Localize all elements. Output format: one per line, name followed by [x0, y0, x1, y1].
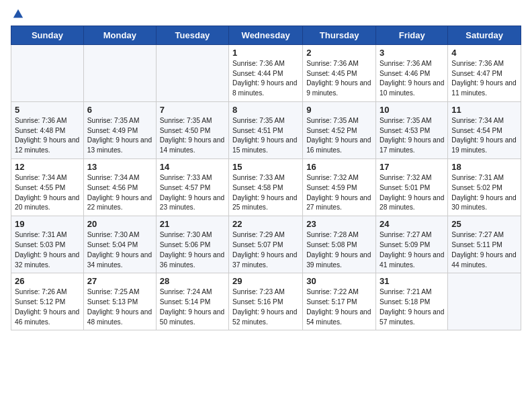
- day-info: Sunrise: 7:30 AMSunset: 5:04 PMDaylight:…: [87, 230, 152, 270]
- day-number: 1: [232, 48, 299, 58]
- day-number: 10: [380, 105, 444, 115]
- calendar-cell: 3Sunrise: 7:36 AMSunset: 4:46 PMDaylight…: [376, 44, 448, 101]
- weekday-header-thursday: Thursday: [303, 26, 376, 44]
- calendar-cell: 6Sunrise: 7:35 AMSunset: 4:49 PMDaylight…: [83, 101, 156, 158]
- page: SundayMondayTuesdayWednesdayThursdayFrid…: [0, 0, 532, 411]
- calendar-cell: 7Sunrise: 7:35 AMSunset: 4:50 PMDaylight…: [156, 101, 228, 158]
- calendar-cell: 29Sunrise: 7:23 AMSunset: 5:16 PMDayligh…: [229, 273, 303, 330]
- calendar-cell: 31Sunrise: 7:21 AMSunset: 5:18 PMDayligh…: [376, 273, 448, 330]
- day-number: 12: [15, 162, 80, 172]
- day-number: 11: [451, 105, 517, 115]
- day-info: Sunrise: 7:27 AMSunset: 5:11 PMDaylight:…: [451, 230, 517, 270]
- weekday-header-saturday: Saturday: [448, 26, 521, 44]
- day-info: Sunrise: 7:35 AMSunset: 4:52 PMDaylight:…: [306, 116, 372, 156]
- day-info: Sunrise: 7:25 AMSunset: 5:13 PMDaylight:…: [87, 287, 152, 327]
- logo: [11, 7, 24, 20]
- day-info: Sunrise: 7:33 AMSunset: 4:58 PMDaylight:…: [232, 173, 299, 213]
- day-info: Sunrise: 7:21 AMSunset: 5:18 PMDaylight:…: [380, 287, 444, 327]
- calendar-cell: 19Sunrise: 7:31 AMSunset: 5:03 PMDayligh…: [11, 216, 84, 273]
- day-number: 6: [87, 105, 152, 115]
- day-number: 28: [160, 276, 225, 286]
- calendar-cell: 1Sunrise: 7:36 AMSunset: 4:44 PMDaylight…: [229, 44, 303, 101]
- day-number: 4: [451, 48, 517, 58]
- day-number: 13: [87, 162, 152, 172]
- calendar-cell: 22Sunrise: 7:29 AMSunset: 5:07 PMDayligh…: [229, 216, 303, 273]
- calendar-cell: 20Sunrise: 7:30 AMSunset: 5:04 PMDayligh…: [83, 216, 156, 273]
- day-info: Sunrise: 7:31 AMSunset: 5:02 PMDaylight:…: [451, 173, 517, 213]
- calendar-cell: 12Sunrise: 7:34 AMSunset: 4:55 PMDayligh…: [11, 159, 84, 216]
- day-info: Sunrise: 7:36 AMSunset: 4:48 PMDaylight:…: [15, 116, 80, 156]
- calendar-cell: 13Sunrise: 7:34 AMSunset: 4:56 PMDayligh…: [83, 159, 156, 216]
- day-info: Sunrise: 7:30 AMSunset: 5:06 PMDaylight:…: [160, 230, 225, 270]
- day-number: 15: [232, 162, 299, 172]
- day-number: 5: [15, 105, 80, 115]
- calendar-cell: [448, 273, 521, 330]
- calendar-table: SundayMondayTuesdayWednesdayThursdayFrid…: [11, 26, 521, 331]
- day-info: Sunrise: 7:35 AMSunset: 4:49 PMDaylight:…: [87, 116, 152, 156]
- day-number: 26: [15, 276, 80, 286]
- calendar-cell: 16Sunrise: 7:32 AMSunset: 4:59 PMDayligh…: [303, 159, 376, 216]
- calendar-cell: 26Sunrise: 7:26 AMSunset: 5:12 PMDayligh…: [11, 273, 84, 330]
- day-info: Sunrise: 7:32 AMSunset: 5:01 PMDaylight:…: [380, 173, 444, 213]
- day-info: Sunrise: 7:36 AMSunset: 4:46 PMDaylight:…: [380, 59, 444, 99]
- day-info: Sunrise: 7:36 AMSunset: 4:45 PMDaylight:…: [306, 59, 372, 99]
- calendar-cell: 4Sunrise: 7:36 AMSunset: 4:47 PMDaylight…: [448, 44, 521, 101]
- day-info: Sunrise: 7:33 AMSunset: 4:57 PMDaylight:…: [160, 173, 225, 213]
- calendar-week-5: 26Sunrise: 7:26 AMSunset: 5:12 PMDayligh…: [11, 273, 521, 330]
- day-number: 17: [380, 162, 444, 172]
- day-number: 24: [380, 219, 444, 229]
- logo-icon: [12, 8, 24, 20]
- day-number: 8: [232, 105, 299, 115]
- day-number: 20: [87, 219, 152, 229]
- day-number: 22: [232, 219, 299, 229]
- day-info: Sunrise: 7:23 AMSunset: 5:16 PMDaylight:…: [232, 287, 299, 327]
- day-info: Sunrise: 7:36 AMSunset: 4:47 PMDaylight:…: [451, 59, 517, 99]
- day-number: 18: [451, 162, 517, 172]
- day-info: Sunrise: 7:34 AMSunset: 4:55 PMDaylight:…: [15, 173, 80, 213]
- day-number: 9: [306, 105, 372, 115]
- day-info: Sunrise: 7:32 AMSunset: 4:59 PMDaylight:…: [306, 173, 372, 213]
- day-number: 21: [160, 219, 225, 229]
- day-info: Sunrise: 7:26 AMSunset: 5:12 PMDaylight:…: [15, 287, 80, 327]
- day-info: Sunrise: 7:31 AMSunset: 5:03 PMDaylight:…: [15, 230, 80, 270]
- calendar-week-4: 19Sunrise: 7:31 AMSunset: 5:03 PMDayligh…: [11, 216, 521, 273]
- calendar-cell: 10Sunrise: 7:35 AMSunset: 4:53 PMDayligh…: [376, 101, 448, 158]
- calendar-cell: 14Sunrise: 7:33 AMSunset: 4:57 PMDayligh…: [156, 159, 228, 216]
- day-info: Sunrise: 7:22 AMSunset: 5:17 PMDaylight:…: [306, 287, 372, 327]
- calendar-cell: 30Sunrise: 7:22 AMSunset: 5:17 PMDayligh…: [303, 273, 376, 330]
- calendar-cell: 9Sunrise: 7:35 AMSunset: 4:52 PMDaylight…: [303, 101, 376, 158]
- svg-marker-0: [13, 9, 23, 18]
- weekday-header-row: SundayMondayTuesdayWednesdayThursdayFrid…: [11, 26, 521, 44]
- day-number: 30: [306, 276, 372, 286]
- calendar-cell: 8Sunrise: 7:35 AMSunset: 4:51 PMDaylight…: [229, 101, 303, 158]
- day-info: Sunrise: 7:24 AMSunset: 5:14 PMDaylight:…: [160, 287, 225, 327]
- day-number: 25: [451, 219, 517, 229]
- calendar-cell: 11Sunrise: 7:34 AMSunset: 4:54 PMDayligh…: [448, 101, 521, 158]
- calendar-cell: 28Sunrise: 7:24 AMSunset: 5:14 PMDayligh…: [156, 273, 228, 330]
- day-number: 29: [232, 276, 299, 286]
- day-info: Sunrise: 7:27 AMSunset: 5:09 PMDaylight:…: [380, 230, 444, 270]
- calendar-week-1: 1Sunrise: 7:36 AMSunset: 4:44 PMDaylight…: [11, 44, 521, 101]
- day-number: 14: [160, 162, 225, 172]
- calendar-cell: 21Sunrise: 7:30 AMSunset: 5:06 PMDayligh…: [156, 216, 228, 273]
- day-info: Sunrise: 7:34 AMSunset: 4:56 PMDaylight:…: [87, 173, 152, 213]
- day-info: Sunrise: 7:28 AMSunset: 5:08 PMDaylight:…: [306, 230, 372, 270]
- calendar-cell: 23Sunrise: 7:28 AMSunset: 5:08 PMDayligh…: [303, 216, 376, 273]
- calendar-week-3: 12Sunrise: 7:34 AMSunset: 4:55 PMDayligh…: [11, 159, 521, 216]
- calendar-cell: [156, 44, 228, 101]
- day-number: 27: [87, 276, 152, 286]
- calendar-cell: 17Sunrise: 7:32 AMSunset: 5:01 PMDayligh…: [376, 159, 448, 216]
- day-info: Sunrise: 7:34 AMSunset: 4:54 PMDaylight:…: [451, 116, 517, 156]
- weekday-header-friday: Friday: [376, 26, 448, 44]
- calendar-cell: 5Sunrise: 7:36 AMSunset: 4:48 PMDaylight…: [11, 101, 84, 158]
- day-info: Sunrise: 7:35 AMSunset: 4:51 PMDaylight:…: [232, 116, 299, 156]
- calendar-cell: 25Sunrise: 7:27 AMSunset: 5:11 PMDayligh…: [448, 216, 521, 273]
- header: [11, 7, 521, 20]
- day-number: 2: [306, 48, 372, 58]
- weekday-header-tuesday: Tuesday: [156, 26, 228, 44]
- calendar-cell: 18Sunrise: 7:31 AMSunset: 5:02 PMDayligh…: [448, 159, 521, 216]
- calendar-cell: 2Sunrise: 7:36 AMSunset: 4:45 PMDaylight…: [303, 44, 376, 101]
- weekday-header-sunday: Sunday: [11, 26, 84, 44]
- day-number: 3: [380, 48, 444, 58]
- calendar-week-2: 5Sunrise: 7:36 AMSunset: 4:48 PMDaylight…: [11, 101, 521, 158]
